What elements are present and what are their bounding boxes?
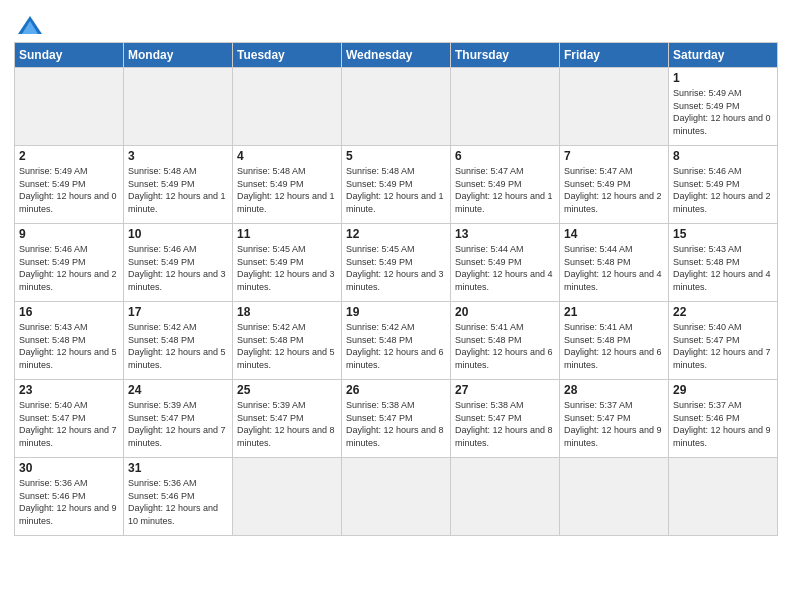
day-info: Sunrise: 5:44 AMSunset: 5:49 PMDaylight:…	[455, 243, 555, 293]
day-number: 19	[346, 305, 446, 319]
day-info: Sunrise: 5:38 AMSunset: 5:47 PMDaylight:…	[346, 399, 446, 449]
day-info: Sunrise: 5:49 AMSunset: 5:49 PMDaylight:…	[673, 87, 773, 137]
calendar-cell: 1Sunrise: 5:49 AMSunset: 5:49 PMDaylight…	[669, 68, 778, 146]
day-number: 12	[346, 227, 446, 241]
day-number: 14	[564, 227, 664, 241]
day-info: Sunrise: 5:45 AMSunset: 5:49 PMDaylight:…	[237, 243, 337, 293]
calendar-cell	[124, 68, 233, 146]
day-info: Sunrise: 5:42 AMSunset: 5:48 PMDaylight:…	[128, 321, 228, 371]
weekday-saturday: Saturday	[669, 43, 778, 68]
calendar-cell: 23Sunrise: 5:40 AMSunset: 5:47 PMDayligh…	[15, 380, 124, 458]
day-number: 16	[19, 305, 119, 319]
calendar-cell	[15, 68, 124, 146]
day-number: 25	[237, 383, 337, 397]
week-row-2: 9Sunrise: 5:46 AMSunset: 5:49 PMDaylight…	[15, 224, 778, 302]
day-info: Sunrise: 5:39 AMSunset: 5:47 PMDaylight:…	[128, 399, 228, 449]
day-number: 8	[673, 149, 773, 163]
day-number: 31	[128, 461, 228, 475]
day-number: 2	[19, 149, 119, 163]
calendar-cell: 8Sunrise: 5:46 AMSunset: 5:49 PMDaylight…	[669, 146, 778, 224]
day-info: Sunrise: 5:41 AMSunset: 5:48 PMDaylight:…	[564, 321, 664, 371]
day-number: 3	[128, 149, 228, 163]
calendar-cell	[560, 68, 669, 146]
week-row-3: 16Sunrise: 5:43 AMSunset: 5:48 PMDayligh…	[15, 302, 778, 380]
weekday-thursday: Thursday	[451, 43, 560, 68]
calendar-cell	[342, 458, 451, 536]
calendar: SundayMondayTuesdayWednesdayThursdayFrid…	[14, 42, 778, 536]
day-info: Sunrise: 5:49 AMSunset: 5:49 PMDaylight:…	[19, 165, 119, 215]
day-info: Sunrise: 5:42 AMSunset: 5:48 PMDaylight:…	[346, 321, 446, 371]
calendar-cell: 31Sunrise: 5:36 AMSunset: 5:46 PMDayligh…	[124, 458, 233, 536]
weekday-tuesday: Tuesday	[233, 43, 342, 68]
calendar-cell: 10Sunrise: 5:46 AMSunset: 5:49 PMDayligh…	[124, 224, 233, 302]
day-info: Sunrise: 5:46 AMSunset: 5:49 PMDaylight:…	[128, 243, 228, 293]
calendar-cell: 6Sunrise: 5:47 AMSunset: 5:49 PMDaylight…	[451, 146, 560, 224]
calendar-cell: 19Sunrise: 5:42 AMSunset: 5:48 PMDayligh…	[342, 302, 451, 380]
calendar-cell: 25Sunrise: 5:39 AMSunset: 5:47 PMDayligh…	[233, 380, 342, 458]
day-number: 18	[237, 305, 337, 319]
calendar-cell: 12Sunrise: 5:45 AMSunset: 5:49 PMDayligh…	[342, 224, 451, 302]
page: SundayMondayTuesdayWednesdayThursdayFrid…	[0, 0, 792, 612]
week-row-0: 1Sunrise: 5:49 AMSunset: 5:49 PMDaylight…	[15, 68, 778, 146]
calendar-cell: 11Sunrise: 5:45 AMSunset: 5:49 PMDayligh…	[233, 224, 342, 302]
day-info: Sunrise: 5:44 AMSunset: 5:48 PMDaylight:…	[564, 243, 664, 293]
calendar-cell: 4Sunrise: 5:48 AMSunset: 5:49 PMDaylight…	[233, 146, 342, 224]
calendar-cell: 20Sunrise: 5:41 AMSunset: 5:48 PMDayligh…	[451, 302, 560, 380]
calendar-cell: 26Sunrise: 5:38 AMSunset: 5:47 PMDayligh…	[342, 380, 451, 458]
calendar-cell: 16Sunrise: 5:43 AMSunset: 5:48 PMDayligh…	[15, 302, 124, 380]
day-number: 9	[19, 227, 119, 241]
weekday-wednesday: Wednesday	[342, 43, 451, 68]
logo-icon	[16, 14, 44, 36]
day-number: 15	[673, 227, 773, 241]
day-info: Sunrise: 5:36 AMSunset: 5:46 PMDaylight:…	[128, 477, 228, 527]
calendar-cell: 22Sunrise: 5:40 AMSunset: 5:47 PMDayligh…	[669, 302, 778, 380]
day-info: Sunrise: 5:46 AMSunset: 5:49 PMDaylight:…	[673, 165, 773, 215]
day-info: Sunrise: 5:42 AMSunset: 5:48 PMDaylight:…	[237, 321, 337, 371]
day-info: Sunrise: 5:48 AMSunset: 5:49 PMDaylight:…	[128, 165, 228, 215]
day-number: 17	[128, 305, 228, 319]
calendar-cell: 3Sunrise: 5:48 AMSunset: 5:49 PMDaylight…	[124, 146, 233, 224]
day-number: 30	[19, 461, 119, 475]
calendar-cell	[669, 458, 778, 536]
day-number: 29	[673, 383, 773, 397]
day-number: 26	[346, 383, 446, 397]
calendar-cell: 14Sunrise: 5:44 AMSunset: 5:48 PMDayligh…	[560, 224, 669, 302]
calendar-cell	[560, 458, 669, 536]
day-number: 4	[237, 149, 337, 163]
weekday-friday: Friday	[560, 43, 669, 68]
day-info: Sunrise: 5:39 AMSunset: 5:47 PMDaylight:…	[237, 399, 337, 449]
logo	[14, 14, 44, 36]
week-row-5: 30Sunrise: 5:36 AMSunset: 5:46 PMDayligh…	[15, 458, 778, 536]
calendar-cell	[342, 68, 451, 146]
calendar-cell: 13Sunrise: 5:44 AMSunset: 5:49 PMDayligh…	[451, 224, 560, 302]
day-info: Sunrise: 5:38 AMSunset: 5:47 PMDaylight:…	[455, 399, 555, 449]
calendar-cell: 15Sunrise: 5:43 AMSunset: 5:48 PMDayligh…	[669, 224, 778, 302]
calendar-cell: 5Sunrise: 5:48 AMSunset: 5:49 PMDaylight…	[342, 146, 451, 224]
day-info: Sunrise: 5:40 AMSunset: 5:47 PMDaylight:…	[673, 321, 773, 371]
calendar-cell	[451, 68, 560, 146]
day-number: 6	[455, 149, 555, 163]
weekday-monday: Monday	[124, 43, 233, 68]
day-info: Sunrise: 5:43 AMSunset: 5:48 PMDaylight:…	[19, 321, 119, 371]
header	[14, 10, 778, 36]
day-info: Sunrise: 5:48 AMSunset: 5:49 PMDaylight:…	[346, 165, 446, 215]
day-info: Sunrise: 5:37 AMSunset: 5:47 PMDaylight:…	[564, 399, 664, 449]
day-info: Sunrise: 5:43 AMSunset: 5:48 PMDaylight:…	[673, 243, 773, 293]
calendar-cell: 17Sunrise: 5:42 AMSunset: 5:48 PMDayligh…	[124, 302, 233, 380]
day-number: 28	[564, 383, 664, 397]
weekday-header-row: SundayMondayTuesdayWednesdayThursdayFrid…	[15, 43, 778, 68]
day-info: Sunrise: 5:47 AMSunset: 5:49 PMDaylight:…	[564, 165, 664, 215]
calendar-cell: 24Sunrise: 5:39 AMSunset: 5:47 PMDayligh…	[124, 380, 233, 458]
day-number: 23	[19, 383, 119, 397]
calendar-cell: 28Sunrise: 5:37 AMSunset: 5:47 PMDayligh…	[560, 380, 669, 458]
day-number: 27	[455, 383, 555, 397]
calendar-cell: 7Sunrise: 5:47 AMSunset: 5:49 PMDaylight…	[560, 146, 669, 224]
day-info: Sunrise: 5:45 AMSunset: 5:49 PMDaylight:…	[346, 243, 446, 293]
day-info: Sunrise: 5:41 AMSunset: 5:48 PMDaylight:…	[455, 321, 555, 371]
calendar-cell	[233, 68, 342, 146]
day-info: Sunrise: 5:48 AMSunset: 5:49 PMDaylight:…	[237, 165, 337, 215]
day-number: 22	[673, 305, 773, 319]
calendar-cell: 29Sunrise: 5:37 AMSunset: 5:46 PMDayligh…	[669, 380, 778, 458]
day-number: 10	[128, 227, 228, 241]
day-number: 11	[237, 227, 337, 241]
